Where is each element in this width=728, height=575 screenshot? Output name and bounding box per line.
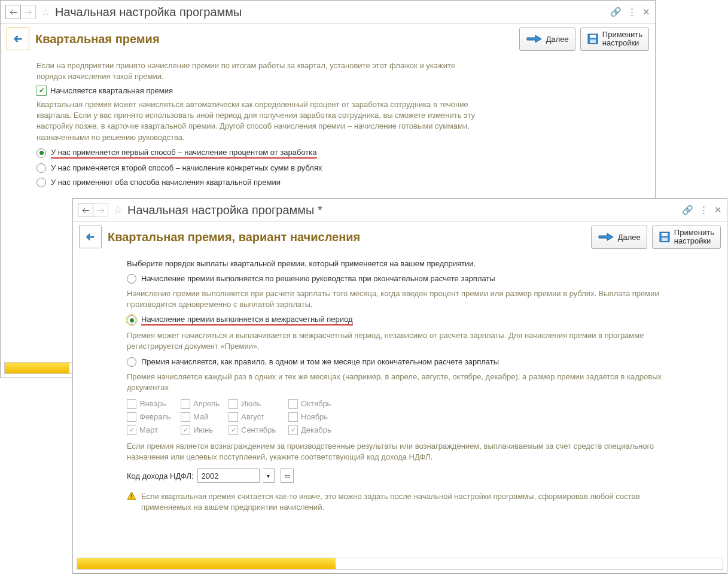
svg-rect-1	[590, 35, 596, 38]
checkbox-oct[interactable]	[288, 399, 298, 409]
svg-rect-2	[590, 39, 596, 43]
radio-option-2[interactable]: Начисление премии выполняется в межрасче…	[127, 315, 683, 325]
radio-icon	[36, 148, 46, 158]
ndfl-label: Код дохода НДФЛ:	[127, 471, 194, 480]
checkbox-sep[interactable]	[229, 425, 238, 435]
ndfl-open-button[interactable]: ▭	[281, 468, 294, 483]
checkbox-icon	[36, 86, 47, 96]
section-title: Квартальная премия	[35, 32, 160, 46]
checkbox-may[interactable]	[181, 412, 190, 422]
svg-rect-6	[131, 494, 132, 497]
progress-fill	[5, 363, 69, 373]
intro-text: Если на предприятии принято начисление п…	[36, 60, 479, 82]
content-area: Если на предприятии принято начисление п…	[1, 54, 655, 198]
checkbox-nov[interactable]	[288, 412, 298, 422]
nav-forward[interactable]: 🡢	[21, 5, 36, 19]
favorite-icon[interactable]: ☆	[41, 5, 50, 19]
radio-icon	[127, 315, 136, 325]
checkbox-jun[interactable]	[181, 425, 190, 435]
checkbox-quarterly-bonus[interactable]: Начисляется квартальная премия	[36, 86, 619, 96]
apply-settings-button[interactable]: Применитьнастройки	[652, 226, 721, 249]
subheader: Квартальная премия, вариант начисления Д…	[73, 222, 727, 252]
nav-forward[interactable]: 🡢	[93, 203, 108, 217]
option-3-desc: Премия начисляется каждый раз в одних и …	[127, 372, 683, 393]
window-title: Начальная настройка программы	[55, 5, 242, 19]
link-icon[interactable]: 🔗	[610, 7, 622, 17]
window-title: Начальная настройка программы *	[127, 203, 322, 217]
progress-bar	[77, 558, 723, 570]
favorite-icon[interactable]: ☆	[113, 203, 123, 217]
description-text: Квартальная премия может начисляться авт…	[36, 99, 479, 143]
ndfl-desc: Если премия является вознаграждением за …	[127, 441, 683, 463]
checkbox-apr[interactable]	[181, 399, 190, 409]
ndfl-dropdown-button[interactable]: ▾	[263, 468, 275, 483]
checkbox-jan[interactable]	[127, 399, 136, 409]
checkbox-mar[interactable]	[127, 425, 136, 435]
months-grid: Январь Апрель Июль Октябрь Февраль Май А…	[127, 399, 683, 435]
warning-row: Если квартальная премия считается как-то…	[127, 491, 683, 513]
nav-back[interactable]: 🡠	[5, 5, 21, 19]
next-button[interactable]: Далее	[591, 226, 647, 249]
radio-icon	[36, 178, 46, 187]
radio-option-1[interactable]: Начисление премии выполняется по решению…	[127, 274, 683, 284]
more-icon[interactable]: ⋮	[699, 205, 708, 215]
warning-text: Если квартальная премия считается как-то…	[141, 491, 683, 513]
content-area: Выберите порядок выплаты квартальной пре…	[73, 252, 719, 525]
checkbox-dec[interactable]	[288, 425, 298, 435]
more-icon[interactable]: ⋮	[628, 7, 636, 17]
radio-icon	[36, 163, 46, 173]
progress-fill	[77, 558, 336, 569]
next-button[interactable]: Далее	[519, 28, 575, 51]
wizard-back-button[interactable]	[7, 28, 29, 50]
intro-text: Выберите порядок выплаты квартальной пре…	[127, 258, 683, 269]
section-title: Квартальная премия, вариант начисления	[108, 230, 360, 244]
checkbox-jul[interactable]	[229, 399, 238, 409]
titlebar: 🡠 🡢 ☆ Начальная настройка программы * 🔗 …	[73, 199, 727, 222]
svg-rect-7	[131, 498, 132, 499]
window-initial-setup-2: 🡠 🡢 ☆ Начальная настройка программы * 🔗 …	[72, 198, 727, 574]
checkbox-aug[interactable]	[229, 412, 238, 422]
link-icon[interactable]: 🔗	[682, 205, 693, 215]
radio-method-2[interactable]: У нас применяется второй способ – начисл…	[36, 163, 619, 173]
option-2-desc: Премия может начисляться и выплачивается…	[127, 330, 683, 352]
radio-method-1[interactable]: У нас применяется первый способ – начисл…	[36, 148, 619, 159]
subheader: Квартальная премия Далее Применитьнастро…	[1, 24, 655, 54]
ndfl-input[interactable]: 2002	[197, 468, 260, 483]
wizard-back-button[interactable]	[79, 226, 102, 248]
titlebar: 🡠 🡢 ☆ Начальная настройка программы 🔗 ⋮ …	[1, 1, 655, 24]
warning-icon	[127, 491, 136, 501]
radio-icon	[127, 357, 136, 367]
radio-icon	[127, 274, 136, 284]
radio-option-3[interactable]: Премия начисляется, как правило, в одном…	[127, 357, 683, 367]
nav-back[interactable]: 🡠	[78, 203, 93, 217]
close-icon[interactable]: ✕	[714, 205, 722, 215]
close-icon[interactable]: ✕	[642, 7, 650, 17]
svg-rect-4	[662, 233, 668, 236]
ndfl-field-row: Код дохода НДФЛ: 2002 ▾ ▭	[127, 468, 683, 483]
option-1-desc: Начисление премии выполняется при расчет…	[127, 288, 683, 310]
checkbox-feb[interactable]	[127, 412, 136, 422]
svg-rect-5	[662, 238, 668, 241]
apply-settings-button[interactable]: Применитьнастройки	[580, 28, 649, 51]
radio-method-3[interactable]: У нас применяют оба способа начисления к…	[36, 178, 619, 187]
